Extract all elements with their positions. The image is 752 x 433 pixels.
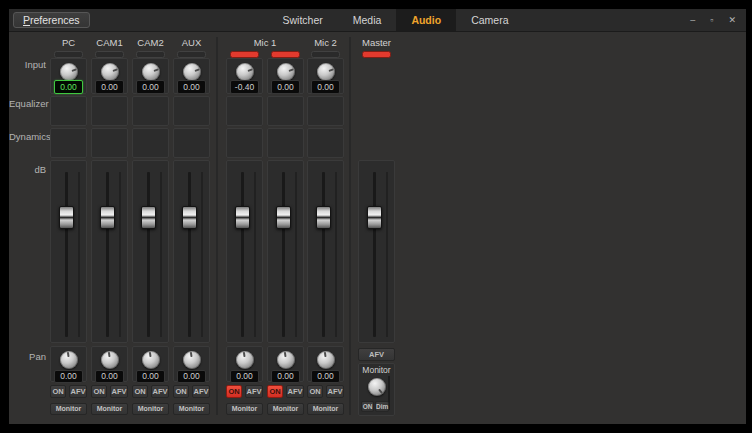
- afv-button[interactable]: AFV: [192, 385, 210, 398]
- pan-value[interactable]: 0.00: [177, 370, 206, 383]
- input-gain-value[interactable]: 0.00: [271, 80, 300, 94]
- pan-knob[interactable]: [183, 351, 201, 369]
- fader-track[interactable]: [106, 172, 109, 337]
- pan-cell: 0.00: [132, 346, 169, 382]
- minimize-icon[interactable]: –: [686, 9, 699, 31]
- on-button[interactable]: ON: [226, 385, 242, 398]
- tab-switcher[interactable]: Switcher: [268, 9, 338, 31]
- fader-track[interactable]: [241, 172, 244, 337]
- afv-button[interactable]: AFV: [110, 385, 128, 398]
- fader-handle[interactable]: [141, 206, 156, 229]
- fader-handle[interactable]: [235, 206, 250, 229]
- input-gain-knob[interactable]: [236, 63, 254, 81]
- monitor-button[interactable]: Monitor: [91, 403, 128, 415]
- dynamics-cell[interactable]: [132, 128, 169, 158]
- fader-handle[interactable]: [316, 206, 331, 229]
- pan-value[interactable]: 0.00: [311, 370, 340, 383]
- pan-knob[interactable]: [317, 351, 335, 369]
- monitor-button[interactable]: Monitor: [226, 403, 263, 415]
- monitor-dim-button[interactable]: Dim: [375, 401, 389, 412]
- dynamics-cell[interactable]: [173, 128, 210, 158]
- equalizer-cell[interactable]: [91, 96, 128, 126]
- input-gain-value[interactable]: 0.00: [136, 80, 165, 94]
- pan-value[interactable]: 0.00: [271, 370, 300, 383]
- afv-button[interactable]: AFV: [326, 385, 344, 398]
- pan-knob[interactable]: [277, 351, 295, 369]
- fader-handle[interactable]: [59, 206, 74, 229]
- input-gain-knob[interactable]: [142, 63, 160, 81]
- titlebar: Preferences SwitcherMediaAudioCamera – ▫…: [9, 9, 746, 32]
- fader-track[interactable]: [188, 172, 191, 337]
- fader-handle[interactable]: [182, 206, 197, 229]
- fader-handle[interactable]: [367, 206, 382, 229]
- input-gain-value[interactable]: 0.00: [311, 80, 340, 94]
- monitor-button[interactable]: Monitor: [267, 403, 304, 415]
- input-gain-value[interactable]: 0.00: [54, 80, 83, 94]
- knob-pointer: [276, 350, 296, 370]
- channel-meter: [271, 51, 300, 58]
- equalizer-cell[interactable]: [226, 96, 263, 126]
- input-gain-value[interactable]: 0.00: [177, 80, 206, 94]
- monitor-button[interactable]: Monitor: [50, 403, 87, 415]
- audio-mixer-panel: Input Equalizer Dynamics dB Pan PCCAM1CA…: [9, 32, 746, 424]
- equalizer-cell[interactable]: [307, 96, 344, 126]
- input-cell: -0.40: [226, 58, 263, 94]
- fader-track[interactable]: [322, 172, 325, 337]
- fader-handle[interactable]: [276, 206, 291, 229]
- on-button[interactable]: ON: [173, 385, 189, 398]
- dynamics-cell[interactable]: [226, 128, 263, 158]
- tab-media[interactable]: Media: [338, 9, 397, 31]
- input-gain-value[interactable]: 0.00: [95, 80, 124, 94]
- pan-knob[interactable]: [236, 351, 254, 369]
- pan-knob[interactable]: [101, 351, 119, 369]
- fader-handle[interactable]: [100, 206, 115, 229]
- dynamics-cell[interactable]: [307, 128, 344, 158]
- input-cell: 0.00: [132, 58, 169, 94]
- equalizer-cell[interactable]: [132, 96, 169, 126]
- input-gain-knob[interactable]: [60, 63, 78, 81]
- pan-knob[interactable]: [60, 351, 78, 369]
- pan-knob[interactable]: [142, 351, 160, 369]
- input-gain-knob[interactable]: [101, 63, 119, 81]
- maximize-icon[interactable]: ▫: [706, 9, 717, 31]
- monitor-button[interactable]: Monitor: [173, 403, 210, 415]
- on-button[interactable]: ON: [307, 385, 323, 398]
- dynamics-cell[interactable]: [50, 128, 87, 158]
- monitor-volume-knob[interactable]: [368, 378, 386, 396]
- level-meter: [119, 172, 121, 337]
- input-gain-knob[interactable]: [317, 63, 335, 81]
- pan-value[interactable]: 0.00: [95, 370, 124, 383]
- channel-meter: [136, 51, 165, 58]
- pan-value[interactable]: 0.00: [54, 370, 83, 383]
- afv-button[interactable]: AFV: [286, 385, 304, 398]
- fader-track[interactable]: [373, 172, 376, 337]
- monitor-button[interactable]: Monitor: [307, 403, 344, 415]
- equalizer-cell[interactable]: [50, 96, 87, 126]
- fader-track[interactable]: [282, 172, 285, 337]
- afv-button[interactable]: AFV: [245, 385, 263, 398]
- close-icon[interactable]: ✕: [724, 9, 740, 31]
- tab-camera[interactable]: Camera: [456, 9, 523, 31]
- on-button[interactable]: ON: [50, 385, 66, 398]
- monitor-on-button[interactable]: ON: [361, 401, 374, 412]
- fader-track[interactable]: [147, 172, 150, 337]
- fader-track[interactable]: [65, 172, 68, 337]
- pan-value[interactable]: 0.00: [136, 370, 165, 383]
- tab-audio[interactable]: Audio: [396, 9, 456, 31]
- input-gain-knob[interactable]: [277, 63, 295, 81]
- master-afv-button[interactable]: AFV: [358, 348, 395, 361]
- afv-button[interactable]: AFV: [151, 385, 169, 398]
- on-button[interactable]: ON: [91, 385, 107, 398]
- pan-value[interactable]: 0.00: [230, 370, 259, 383]
- input-gain-knob[interactable]: [183, 63, 201, 81]
- dynamics-cell[interactable]: [91, 128, 128, 158]
- monitor-button[interactable]: Monitor: [132, 403, 169, 415]
- on-button[interactable]: ON: [267, 385, 283, 398]
- channel-buttons: ONAFV: [50, 385, 87, 398]
- on-button[interactable]: ON: [132, 385, 148, 398]
- dynamics-cell[interactable]: [267, 128, 304, 158]
- input-gain-value[interactable]: -0.40: [230, 80, 259, 94]
- afv-button[interactable]: AFV: [69, 385, 87, 398]
- equalizer-cell[interactable]: [173, 96, 210, 126]
- equalizer-cell[interactable]: [267, 96, 304, 126]
